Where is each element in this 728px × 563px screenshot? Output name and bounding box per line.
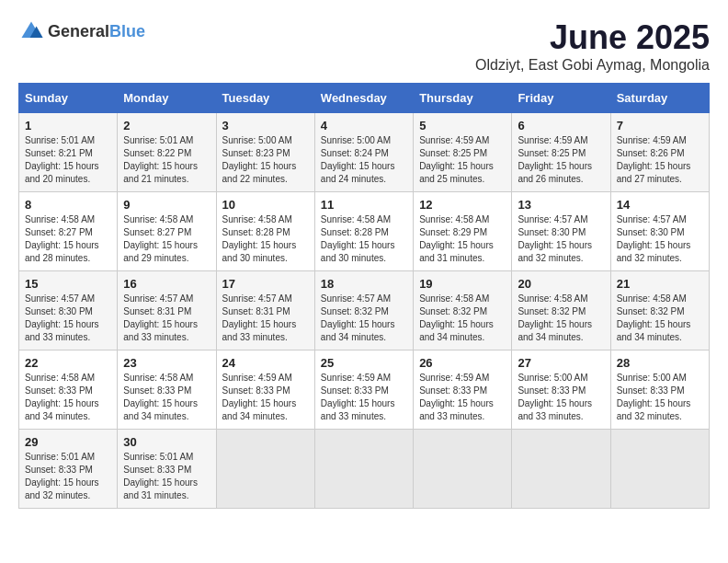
- day-cell: 28Sunrise: 5:00 AMSunset: 8:33 PMDayligh…: [610, 350, 709, 430]
- week-row-2: 8Sunrise: 4:58 AMSunset: 8:27 PMDaylight…: [19, 192, 710, 271]
- day-info: Sunrise: 5:01 AMSunset: 8:33 PMDaylight:…: [25, 451, 111, 502]
- day-cell: 10Sunrise: 4:58 AMSunset: 8:28 PMDayligh…: [216, 192, 314, 271]
- day-cell: 25Sunrise: 4:59 AMSunset: 8:33 PMDayligh…: [314, 350, 413, 430]
- day-number: 24: [222, 356, 309, 370]
- week-row-1: 1Sunrise: 5:01 AMSunset: 8:21 PMDaylight…: [19, 113, 710, 192]
- day-number: 15: [25, 277, 111, 291]
- day-info: Sunrise: 5:01 AMSunset: 8:33 PMDaylight:…: [123, 451, 210, 502]
- day-number: 19: [419, 277, 506, 291]
- logo-blue: Blue: [109, 22, 145, 40]
- day-number: 21: [617, 277, 703, 291]
- day-info: Sunrise: 5:00 AMSunset: 8:23 PMDaylight:…: [222, 134, 309, 186]
- day-number: 23: [123, 356, 210, 370]
- day-cell: 29Sunrise: 5:01 AMSunset: 8:33 PMDayligh…: [19, 430, 118, 509]
- day-info: Sunrise: 4:57 AMSunset: 8:32 PMDaylight:…: [321, 293, 407, 344]
- day-number: 27: [518, 356, 604, 370]
- day-cell: [610, 430, 709, 509]
- day-cell: 22Sunrise: 4:58 AMSunset: 8:33 PMDayligh…: [19, 350, 118, 430]
- day-info: Sunrise: 4:57 AMSunset: 8:31 PMDaylight:…: [123, 293, 210, 344]
- day-cell: 14Sunrise: 4:57 AMSunset: 8:30 PMDayligh…: [610, 192, 709, 271]
- day-info: Sunrise: 4:59 AMSunset: 8:25 PMDaylight:…: [419, 134, 506, 186]
- header-row: SundayMondayTuesdayWednesdayThursdayFrid…: [19, 84, 710, 113]
- day-info: Sunrise: 4:58 AMSunset: 8:28 PMDaylight:…: [321, 213, 407, 265]
- day-number: 26: [419, 356, 506, 370]
- day-info: Sunrise: 4:58 AMSunset: 8:27 PMDaylight:…: [25, 213, 111, 265]
- week-row-5: 29Sunrise: 5:01 AMSunset: 8:33 PMDayligh…: [19, 430, 710, 509]
- day-info: Sunrise: 4:58 AMSunset: 8:29 PMDaylight:…: [419, 213, 506, 265]
- day-cell: 13Sunrise: 4:57 AMSunset: 8:30 PMDayligh…: [512, 192, 610, 271]
- day-number: 6: [518, 119, 604, 132]
- day-cell: [216, 430, 314, 509]
- day-cell: 21Sunrise: 4:58 AMSunset: 8:32 PMDayligh…: [610, 271, 709, 350]
- day-number: 30: [123, 435, 210, 449]
- day-cell: [314, 430, 413, 509]
- col-header-sunday: Sunday: [19, 84, 118, 113]
- day-cell: 20Sunrise: 4:58 AMSunset: 8:32 PMDayligh…: [512, 271, 610, 350]
- day-number: 22: [25, 356, 111, 370]
- day-info: Sunrise: 5:00 AMSunset: 8:24 PMDaylight:…: [321, 134, 407, 186]
- day-cell: 9Sunrise: 4:58 AMSunset: 8:27 PMDaylight…: [118, 192, 216, 271]
- day-info: Sunrise: 5:00 AMSunset: 8:33 PMDaylight:…: [617, 372, 703, 423]
- day-info: Sunrise: 4:58 AMSunset: 8:32 PMDaylight:…: [419, 293, 506, 344]
- day-cell: 6Sunrise: 4:59 AMSunset: 8:25 PMDaylight…: [512, 113, 610, 192]
- day-cell: 30Sunrise: 5:01 AMSunset: 8:33 PMDayligh…: [118, 430, 216, 509]
- week-row-4: 22Sunrise: 4:58 AMSunset: 8:33 PMDayligh…: [19, 350, 710, 430]
- day-number: 8: [25, 198, 111, 212]
- day-cell: 23Sunrise: 4:58 AMSunset: 8:33 PMDayligh…: [118, 350, 216, 430]
- day-info: Sunrise: 4:58 AMSunset: 8:33 PMDaylight:…: [123, 372, 210, 423]
- day-info: Sunrise: 4:57 AMSunset: 8:31 PMDaylight:…: [222, 293, 309, 344]
- day-info: Sunrise: 4:58 AMSunset: 8:28 PMDaylight:…: [222, 213, 309, 265]
- day-info: Sunrise: 5:00 AMSunset: 8:33 PMDaylight:…: [518, 372, 604, 423]
- page-header: GeneralBlue June 2025 Oldziyt, East Gobi…: [18, 18, 710, 74]
- day-cell: 19Sunrise: 4:58 AMSunset: 8:32 PMDayligh…: [414, 271, 512, 350]
- day-cell: 27Sunrise: 5:00 AMSunset: 8:33 PMDayligh…: [512, 350, 610, 430]
- day-info: Sunrise: 4:57 AMSunset: 8:30 PMDaylight:…: [518, 213, 604, 265]
- day-cell: 7Sunrise: 4:59 AMSunset: 8:26 PMDaylight…: [610, 113, 709, 192]
- day-cell: 26Sunrise: 4:59 AMSunset: 8:33 PMDayligh…: [414, 350, 512, 430]
- col-header-tuesday: Tuesday: [216, 84, 314, 113]
- day-number: 11: [321, 198, 407, 212]
- day-info: Sunrise: 5:01 AMSunset: 8:22 PMDaylight:…: [123, 134, 210, 186]
- calendar-table: SundayMondayTuesdayWednesdayThursdayFrid…: [18, 83, 710, 509]
- day-number: 1: [25, 119, 111, 132]
- day-info: Sunrise: 4:58 AMSunset: 8:32 PMDaylight:…: [518, 293, 604, 344]
- logo-icon: [18, 18, 44, 44]
- day-number: 29: [25, 435, 111, 449]
- day-number: 16: [123, 277, 210, 291]
- col-header-friday: Friday: [512, 84, 610, 113]
- day-cell: 8Sunrise: 4:58 AMSunset: 8:27 PMDaylight…: [19, 192, 118, 271]
- day-cell: 5Sunrise: 4:59 AMSunset: 8:25 PMDaylight…: [414, 113, 512, 192]
- day-cell: [414, 430, 512, 509]
- day-number: 14: [617, 198, 703, 212]
- week-row-3: 15Sunrise: 4:57 AMSunset: 8:30 PMDayligh…: [19, 271, 710, 350]
- day-cell: 24Sunrise: 4:59 AMSunset: 8:33 PMDayligh…: [216, 350, 314, 430]
- main-title: June 2025: [475, 18, 710, 57]
- day-cell: 4Sunrise: 5:00 AMSunset: 8:24 PMDaylight…: [314, 113, 413, 192]
- col-header-monday: Monday: [118, 84, 216, 113]
- day-number: 12: [419, 198, 506, 212]
- day-number: 20: [518, 277, 604, 291]
- day-cell: 2Sunrise: 5:01 AMSunset: 8:22 PMDaylight…: [118, 113, 216, 192]
- day-info: Sunrise: 4:59 AMSunset: 8:25 PMDaylight:…: [518, 134, 604, 186]
- col-header-saturday: Saturday: [610, 84, 709, 113]
- day-cell: 18Sunrise: 4:57 AMSunset: 8:32 PMDayligh…: [314, 271, 413, 350]
- day-number: 18: [321, 277, 407, 291]
- day-cell: 3Sunrise: 5:00 AMSunset: 8:23 PMDaylight…: [216, 113, 314, 192]
- day-cell: 16Sunrise: 4:57 AMSunset: 8:31 PMDayligh…: [118, 271, 216, 350]
- day-cell: [512, 430, 610, 509]
- day-cell: 11Sunrise: 4:58 AMSunset: 8:28 PMDayligh…: [314, 192, 413, 271]
- day-number: 7: [617, 119, 703, 132]
- day-number: 5: [419, 119, 506, 132]
- day-info: Sunrise: 4:57 AMSunset: 8:30 PMDaylight:…: [617, 213, 703, 265]
- day-info: Sunrise: 4:58 AMSunset: 8:33 PMDaylight:…: [25, 372, 111, 423]
- day-info: Sunrise: 4:59 AMSunset: 8:33 PMDaylight:…: [222, 372, 309, 423]
- col-header-wednesday: Wednesday: [314, 84, 413, 113]
- day-number: 3: [222, 119, 309, 132]
- day-number: 13: [518, 198, 604, 212]
- title-area: June 2025 Oldziyt, East Gobi Aymag, Mong…: [475, 18, 710, 74]
- day-number: 4: [321, 119, 407, 132]
- day-info: Sunrise: 4:59 AMSunset: 8:33 PMDaylight:…: [419, 372, 506, 423]
- day-cell: 17Sunrise: 4:57 AMSunset: 8:31 PMDayligh…: [216, 271, 314, 350]
- day-number: 25: [321, 356, 407, 370]
- day-number: 10: [222, 198, 309, 212]
